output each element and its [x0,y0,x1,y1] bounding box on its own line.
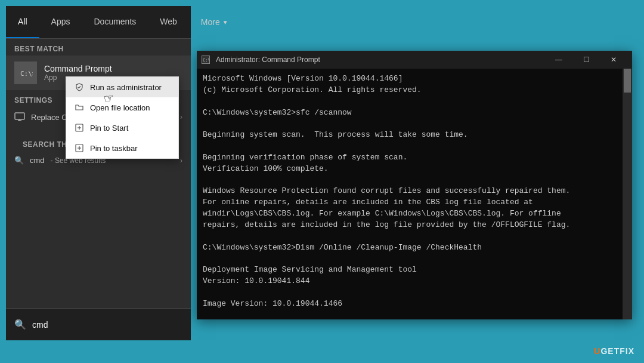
app-name: Command Prompt [44,64,112,73]
pin-start-icon [75,123,84,133]
watermark: UGETFIX [594,346,634,356]
watermark-text: GETFIX [600,346,634,356]
cmd-icon: C:\>_ [14,61,37,84]
cmd-output: Microsoft Windows [Version 10.0.19044.14… [203,73,626,319]
folder-icon [75,103,84,112]
pin-taskbar-label: Pin to taskbar [90,144,138,153]
tab-all[interactable]: All [6,6,39,38]
cmd-titlebar: C:\ Administrator: Command Prompt — ☐ ✕ [197,51,632,69]
cursor-hand: ☞ [103,91,116,107]
pin-start-label: Pin to Start [90,124,128,133]
maximize-button[interactable]: ☐ [572,51,600,69]
cmd-scrollbar-thumb[interactable] [624,69,631,93]
best-match-label: Best match [6,39,191,56]
svg-line-6 [79,87,80,88]
cmd-window-title: Administrator: Command Prompt [213,56,541,64]
context-menu: Run as administrator Open file location … [66,76,179,159]
minimize-button[interactable]: — [545,51,572,69]
cmd-body: Microsoft Windows [Version 10.0.19044.14… [197,69,632,319]
cmd-scrollbar[interactable] [623,69,632,319]
tab-more[interactable]: More ▼ [189,6,240,38]
svg-text:C:\>_: C:\>_ [20,70,33,78]
tab-web[interactable]: Web [148,6,189,38]
open-location-label: Open file location [90,103,150,112]
cmd-window-icon: C:\ [202,56,210,64]
tab-documents[interactable]: Documents [82,6,148,38]
svg-rect-2 [15,113,24,119]
close-button[interactable]: ✕ [600,51,627,69]
search-small-icon: 🔍 [14,156,24,165]
chevron-right-icon: › [180,113,182,121]
context-pin-start[interactable]: Pin to Start [66,118,178,138]
start-menu: All Apps Documents Web More ▼ Best match… [6,6,191,340]
monitor-icon [14,112,25,122]
start-menu-tabs: All Apps Documents Web More ▼ [6,6,191,39]
chevron-right-web-icon: › [180,156,182,165]
chevron-down-icon: ▼ [222,19,228,26]
cmd-window-controls: — ☐ ✕ [545,51,627,69]
search-icon: 🔍 [14,319,26,330]
web-search-query: cmd [30,156,45,165]
context-run-as-admin[interactable]: Run as administrator [66,77,178,97]
context-pin-taskbar[interactable]: Pin to taskbar [66,138,178,158]
tab-apps[interactable]: Apps [39,6,82,38]
pin-taskbar-icon [75,143,84,153]
svg-text:C:\: C:\ [203,58,209,63]
search-bar: 🔍 cmd [6,308,191,340]
context-open-location[interactable]: Open file location [66,97,178,118]
watermark-u: U [594,346,600,356]
cmd-window: C:\ Administrator: Command Prompt — ☐ ✕ … [197,51,632,319]
shield-icon [75,82,84,92]
search-input[interactable]: cmd [32,320,48,330]
run-as-admin-label: Run as administrator [90,83,162,92]
